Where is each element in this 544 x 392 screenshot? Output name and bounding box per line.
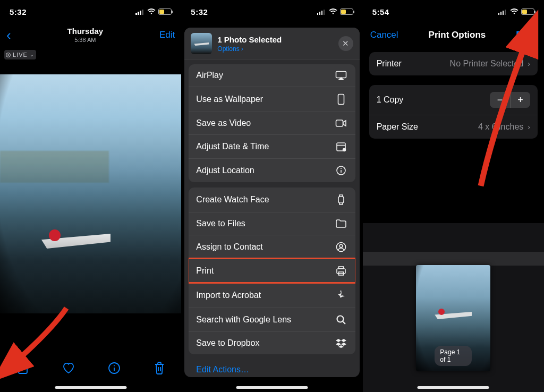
printer-row[interactable]: Printer No Printer Selected› (369, 52, 538, 75)
svg-rect-4 (336, 72, 346, 78)
action-google-lens[interactable]: Search with Google Lens (189, 308, 355, 331)
status-icons (498, 8, 534, 15)
edit-actions-link[interactable]: Edit Actions… (189, 360, 355, 377)
share-title: 1 Photo Selected (217, 35, 282, 44)
photo-toolbar (0, 348, 181, 392)
search-icon (334, 314, 348, 325)
nav-day: Thursday (67, 27, 104, 36)
action-adjust-date[interactable]: Adjust Date & Time (189, 134, 355, 158)
trash-icon[interactable] (154, 361, 165, 375)
airplay-icon (334, 71, 348, 80)
live-icon (6, 53, 11, 57)
share-options-link[interactable]: Options› (217, 45, 282, 53)
paper-size-row[interactable]: Paper Size 4 x 6 inches› (369, 115, 538, 139)
copies-row: 1 Copy − + (369, 85, 538, 115)
edit-button[interactable]: Edit (159, 30, 175, 40)
home-indicator[interactable] (418, 386, 489, 389)
status-bar: 5:32 (0, 0, 181, 23)
action-acrobat[interactable]: Import to Acrobat (189, 283, 355, 308)
printer-label: Printer (377, 59, 402, 69)
svg-point-19 (337, 316, 343, 322)
cellular-icon (135, 9, 144, 15)
status-bar: 5:32 (181, 0, 362, 23)
print-button[interactable]: Print (516, 30, 537, 40)
wifi-icon (329, 8, 337, 15)
print-preview-area[interactable]: Page 1 of 1 (363, 223, 544, 392)
phone-icon (334, 93, 348, 105)
action-assign-contact[interactable]: Assign to Contact (189, 235, 355, 259)
cancel-button[interactable]: Cancel (370, 30, 398, 40)
copies-stepper: − + (490, 92, 530, 108)
printer-icon (334, 266, 348, 276)
stepper-plus-button[interactable]: + (510, 92, 530, 108)
dropbox-icon (334, 338, 348, 348)
action-airplay[interactable]: AirPlay (189, 64, 355, 87)
phone-photos-detail: 5:32 ‹ Thursday 5:38 AM Edit LIVE ⌄ (0, 0, 181, 392)
wifi-icon (147, 8, 156, 15)
action-save-video[interactable]: Save as Video (189, 112, 355, 134)
svg-rect-17 (338, 267, 343, 269)
video-icon (334, 119, 348, 127)
copies-label: 1 Copy (377, 95, 404, 105)
battery-icon (340, 8, 353, 15)
nav-subtime: 5:38 AM (67, 37, 104, 43)
status-icons (135, 8, 172, 15)
svg-line-20 (343, 322, 345, 325)
photo-content (41, 234, 110, 249)
folder-icon (334, 219, 348, 228)
info-icon[interactable] (108, 362, 121, 374)
action-group-2: Create Watch Face Save to Files Assign t… (189, 188, 355, 354)
status-time: 5:54 (372, 7, 389, 16)
live-badge[interactable]: LIVE ⌄ (4, 50, 36, 59)
share-sheet-header: 1 Photo Selected Options› ✕ (184, 28, 359, 60)
location-info-icon (334, 165, 348, 176)
action-wallpaper[interactable]: Use as Wallpaper (189, 87, 355, 112)
svg-rect-16 (337, 269, 345, 274)
status-bar: 5:54 (363, 0, 544, 23)
phone-print-options: 5:54 Cancel Print Options Print Printer … (363, 0, 544, 392)
page-indicator: Page 1 of 1 (435, 346, 472, 366)
nav-title: Thursday 5:38 AM (67, 27, 104, 44)
action-print[interactable]: Print (189, 259, 355, 283)
acrobat-icon (334, 289, 348, 301)
cellular-icon (317, 9, 326, 15)
status-time: 5:32 (10, 7, 27, 16)
print-preview-thumbnail[interactable]: Page 1 of 1 (416, 265, 490, 371)
page-title: Print Options (429, 30, 486, 40)
action-dropbox[interactable]: Save to Dropbox (189, 331, 355, 354)
print-settings: Printer No Printer Selected› 1 Copy − + … (363, 47, 544, 154)
action-adjust-location[interactable]: Adjust Location (189, 158, 355, 182)
chevron-right-icon: › (241, 45, 243, 53)
close-button[interactable]: ✕ (338, 36, 353, 51)
stepper-minus-button[interactable]: − (490, 92, 510, 108)
photos-nav-bar: ‹ Thursday 5:38 AM Edit (0, 23, 181, 47)
status-icons (317, 8, 353, 15)
action-group-1: AirPlay Use as Wallpaper Save as Video A… (189, 64, 355, 182)
chevron-right-icon: › (528, 123, 530, 131)
action-watch-face[interactable]: Create Watch Face (189, 188, 355, 212)
calendar-icon (334, 141, 348, 152)
paper-size-label: Paper Size (377, 122, 418, 132)
phone-share-sheet: 5:32 1 Photo Selected Options› ✕ AirPlay… (181, 0, 362, 392)
action-save-files[interactable]: Save to Files (189, 212, 355, 235)
chevron-right-icon: › (528, 59, 530, 68)
printer-value: No Printer Selected (450, 59, 524, 69)
home-indicator[interactable] (236, 386, 308, 389)
photo-viewport[interactable] (0, 74, 181, 313)
home-indicator[interactable] (55, 386, 126, 389)
share-sheet: 1 Photo Selected Options› ✕ AirPlay Use … (184, 28, 359, 377)
options-card: 1 Copy − + Paper Size 4 x 6 inches› (369, 85, 538, 139)
paper-size-value: 4 x 6 inches (478, 122, 523, 132)
share-thumbnail (191, 33, 212, 54)
heart-icon[interactable] (62, 362, 75, 374)
person-circle-icon (334, 242, 348, 252)
wifi-icon (510, 8, 518, 15)
back-chevron-icon[interactable]: ‹ (6, 28, 11, 42)
share-sheet-body[interactable]: AirPlay Use as Wallpaper Save as Video A… (184, 60, 359, 377)
share-icon[interactable] (16, 361, 29, 376)
print-nav-bar: Cancel Print Options Print (363, 23, 544, 47)
svg-point-15 (339, 244, 343, 248)
svg-point-3 (114, 365, 115, 367)
svg-point-9 (342, 148, 345, 151)
close-icon: ✕ (342, 39, 349, 48)
